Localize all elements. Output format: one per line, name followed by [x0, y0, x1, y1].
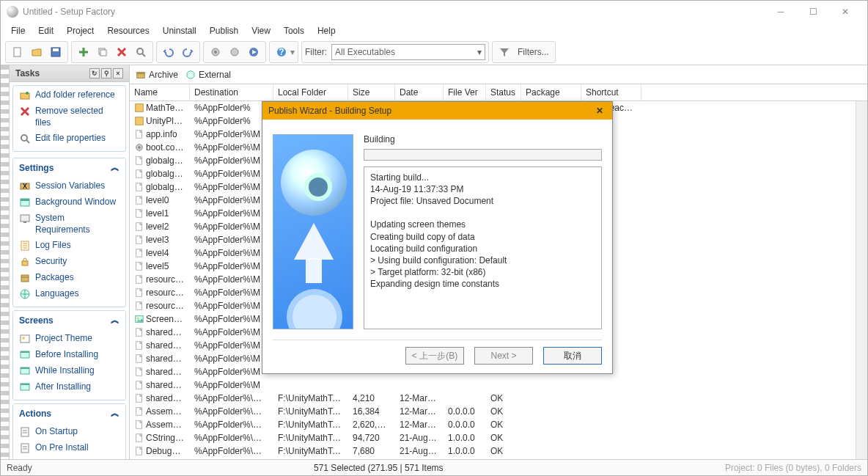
table-row[interactable]: Assembly-...%AppFolder%\Mat...F:\UnityMa…: [130, 405, 867, 418]
menu-help[interactable]: Help: [312, 24, 342, 37]
col-size[interactable]: Size: [348, 84, 395, 100]
col-shortcut[interactable]: Shortcut: [581, 84, 641, 100]
menu-view[interactable]: View: [246, 24, 276, 37]
pin-icon[interactable]: ⚲: [101, 68, 111, 78]
subtabs: Archive External: [130, 65, 867, 84]
cell: 13-Sep-20...: [395, 458, 444, 459]
cell: 9,728: [348, 458, 395, 459]
item-session-variables[interactable]: xSession Variables: [16, 178, 122, 194]
menu-tools[interactable]: Tools: [278, 24, 310, 37]
remove-button[interactable]: [113, 43, 130, 61]
cell: OK: [486, 445, 521, 457]
archive-icon: [136, 70, 146, 80]
table-row[interactable]: DemiLib.dll%AppFolder%\Mat...F:\UnityMat…: [130, 458, 867, 459]
task-remove-selected-files[interactable]: Remove selected files: [16, 103, 122, 131]
item-log-files[interactable]: Log Files: [16, 238, 122, 254]
table-row[interactable]: sharedasse...%AppFolder%\M: [130, 378, 867, 392]
settings-button[interactable]: [207, 43, 224, 61]
vertical-scrollbar[interactable]: [856, 101, 867, 459]
section-head-settings[interactable]: Settings︽: [13, 158, 125, 177]
section-screens: Screens︽Project ThemeBefore InstallingWh…: [12, 310, 126, 400]
col-date[interactable]: Date: [395, 84, 444, 100]
redo-button[interactable]: [179, 43, 196, 61]
col-name[interactable]: Name: [130, 84, 190, 100]
cell: %AppFolder%\M: [190, 313, 273, 325]
item-while-installing[interactable]: While Installing: [16, 363, 122, 379]
archive-tab[interactable]: Archive: [136, 70, 178, 80]
menu-uninstall[interactable]: Uninstall: [157, 24, 202, 37]
menu-publish[interactable]: Publish: [204, 24, 244, 37]
item-on-startup[interactable]: On Startup: [16, 424, 122, 440]
task-edit-file-properties[interactable]: Edit file properties: [16, 131, 122, 147]
app-icon: [7, 6, 18, 18]
minimize-button[interactable]: ─: [765, 1, 797, 22]
section-head-actions[interactable]: Actions︽: [13, 404, 125, 422]
build-button[interactable]: [226, 43, 243, 61]
cell: %AppFolder%\M: [190, 128, 273, 140]
table-row[interactable]: sharedasse...%AppFolder%\Mat...F:\UnityM…: [130, 392, 867, 405]
open-button[interactable]: [28, 43, 45, 61]
filter-label: Filter:: [305, 47, 327, 57]
cell: 2,620,928: [348, 419, 395, 431]
col-package[interactable]: Package: [521, 84, 581, 100]
item-system-requirements[interactable]: System Requirements: [16, 210, 122, 238]
cell: %AppFolder%\M: [190, 274, 273, 285]
svg-rect-20: [23, 221, 26, 223]
task-add-folder-reference[interactable]: Add folder reference: [16, 87, 122, 103]
col-local-folder[interactable]: Local Folder: [273, 84, 348, 100]
cell: ScreenSele...: [130, 313, 190, 326]
item-on-pre-install[interactable]: On Pre Install: [16, 440, 122, 456]
section-head-screens[interactable]: Screens︽: [13, 311, 125, 329]
cell: F:\UnityMathTeac...: [273, 406, 348, 417]
dialog-titlebar[interactable]: Publish Wizard - Building Setup ✕: [262, 102, 612, 120]
external-tab[interactable]: External: [185, 70, 231, 80]
archive-label: Archive: [149, 70, 178, 80]
undo-button[interactable]: [160, 43, 177, 61]
save-button[interactable]: [47, 43, 65, 61]
search-button[interactable]: [132, 43, 150, 61]
refresh-icon[interactable]: ↻: [89, 68, 100, 78]
cell: 4,210: [348, 392, 395, 404]
table-row[interactable]: Assembly-...%AppFolder%\Mat...F:\UnityMa…: [130, 418, 867, 431]
svg-rect-34: [21, 444, 29, 453]
external-label: External: [199, 70, 231, 80]
table-row[interactable]: CString.dll%AppFolder%\Mat...F:\UnityMat…: [130, 431, 867, 444]
item-security[interactable]: Security: [16, 254, 122, 270]
col-file-ver[interactable]: File Ver: [444, 84, 486, 100]
dialog-close-button[interactable]: ✕: [593, 104, 606, 117]
build-log[interactable]: Starting build... 14-Aug-19 11:37:33 PM …: [364, 166, 602, 329]
new-button[interactable]: [9, 43, 26, 61]
maximize-button[interactable]: ☐: [797, 1, 829, 22]
menu-edit[interactable]: Edit: [32, 24, 59, 37]
filter-combo[interactable]: All Executables ▾: [331, 44, 485, 60]
cell: level4: [130, 247, 190, 260]
item-background-window[interactable]: Background Window: [16, 194, 122, 210]
item-before-installing[interactable]: Before Installing: [16, 347, 122, 363]
dropdown-icon[interactable]: ▾: [290, 47, 295, 57]
item-languages[interactable]: Languages: [16, 286, 122, 302]
item-after-installing[interactable]: After Installing: [16, 379, 122, 395]
cancel-button[interactable]: 取消: [543, 347, 602, 365]
item-packages[interactable]: Packages: [16, 270, 122, 286]
col-destination[interactable]: Destination: [190, 84, 273, 100]
svg-point-41: [189, 73, 192, 76]
help-button[interactable]: ?: [273, 43, 290, 61]
menu-resources[interactable]: Resources: [101, 24, 155, 37]
duplicate-button[interactable]: [94, 43, 111, 61]
add-button[interactable]: [75, 43, 92, 61]
cell: sharedasse...: [130, 392, 190, 405]
item-project-theme[interactable]: Project Theme: [16, 331, 122, 347]
close-button[interactable]: ✕: [829, 1, 861, 22]
cell: %AppFolder%\M: [190, 326, 273, 338]
filter-icon[interactable]: [496, 43, 513, 61]
cell: 0.0.0.0: [444, 419, 486, 431]
cell: Assembly-...: [130, 419, 190, 431]
table-row[interactable]: Debugger.dll%AppFolder%\Mat...F:\UnityMa…: [130, 444, 867, 458]
menu-project[interactable]: Project: [61, 24, 100, 37]
filters-button[interactable]: Filters...: [515, 47, 552, 57]
menu-file[interactable]: File: [5, 24, 31, 37]
cell: %AppFolder%\Mat...: [190, 445, 273, 457]
close-panel-icon[interactable]: ×: [113, 68, 123, 78]
col-status[interactable]: Status: [486, 84, 521, 100]
run-button[interactable]: [245, 43, 262, 61]
